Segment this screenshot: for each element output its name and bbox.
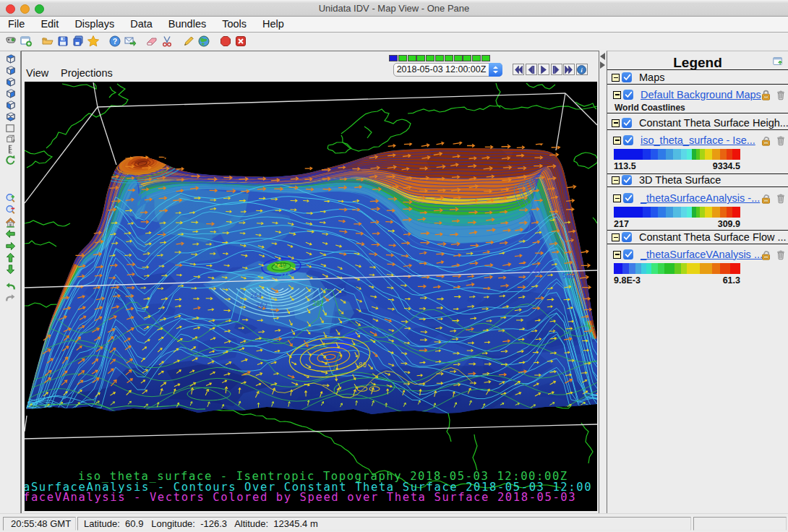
collapse-toggle[interactable]: [612, 119, 620, 127]
cut-icon[interactable]: [160, 34, 174, 48]
collapse-toggle[interactable]: [612, 74, 620, 82]
visibility-checkbox[interactable]: [623, 193, 633, 203]
collapse-toggle[interactable]: [612, 233, 620, 241]
cube-bottom-icon[interactable]: [4, 111, 17, 123]
visibility-checkbox[interactable]: [623, 135, 633, 145]
cube-top-icon[interactable]: [4, 53, 17, 65]
save-favorite-icon[interactable]: [71, 34, 85, 48]
open-folder-icon[interactable]: [40, 34, 54, 48]
step-forward-button[interactable]: [551, 64, 562, 75]
animation-step-7[interactable]: [454, 55, 463, 61]
pan-down-icon[interactable]: [4, 263, 17, 275]
animation-step-2[interactable]: [408, 55, 416, 61]
colorbar[interactable]: [614, 149, 740, 160]
play-button[interactable]: [538, 64, 549, 75]
collapse-toggle[interactable]: [613, 137, 621, 145]
globe-icon[interactable]: [197, 34, 210, 48]
map-display-3d[interactable]: 54454628226426224924880iso_theta_surface…: [25, 82, 597, 511]
visibility-checkbox[interactable]: [622, 232, 632, 242]
colorbar[interactable]: [614, 263, 740, 274]
animation-step-0[interactable]: [389, 55, 398, 61]
legend-item-link[interactable]: _thetaSurfaceAnalysis -...: [641, 192, 760, 204]
animation-step-10[interactable]: [481, 55, 490, 61]
collapse-toggle[interactable]: [613, 194, 621, 202]
animation-step-9[interactable]: [472, 55, 481, 61]
map-menu-projections[interactable]: Projections: [61, 67, 113, 79]
pan-left-icon[interactable]: [4, 228, 17, 240]
trash-icon[interactable]: [776, 135, 787, 147]
zoom-in-icon[interactable]: [4, 192, 17, 205]
go-last-button[interactable]: [563, 64, 575, 75]
cube-right-icon[interactable]: [4, 87, 17, 100]
favorites-star-icon[interactable]: [86, 34, 100, 48]
go-first-button[interactable]: [513, 64, 524, 75]
trash-icon[interactable]: [776, 90, 787, 101]
menu-data[interactable]: Data: [122, 17, 160, 32]
zoom-out-icon[interactable]: [4, 204, 17, 216]
time-spinner[interactable]: [489, 63, 502, 77]
panel-splitter[interactable]: [599, 51, 607, 514]
exit-icon[interactable]: [234, 34, 247, 48]
menu-tools[interactable]: Tools: [214, 17, 254, 32]
reset-projection-icon[interactable]: [4, 154, 17, 166]
visibility-checkbox[interactable]: [622, 175, 632, 185]
collapse-toggle[interactable]: [613, 251, 621, 259]
lock-open-icon[interactable]: [761, 193, 772, 205]
visibility-checkbox[interactable]: [623, 90, 633, 100]
collapse-left-icon[interactable]: [600, 53, 605, 60]
help-icon[interactable]: ?: [108, 34, 121, 48]
legend-item-link[interactable]: _thetaSurfaceVAnalysis ...: [641, 249, 763, 260]
trash-icon[interactable]: [776, 249, 787, 261]
support-mail-icon[interactable]: [123, 34, 137, 48]
map-menu-view[interactable]: View: [26, 67, 48, 79]
legend-item-link[interactable]: Default Background Maps: [641, 89, 761, 100]
memory-box: [693, 517, 787, 531]
animation-step-8[interactable]: [463, 55, 471, 61]
map-view-menubar: 2018-05-03 12:00:00Z i ViewProjections: [22, 51, 599, 81]
lock-open-icon[interactable]: [761, 249, 772, 261]
menu-bundles[interactable]: Bundles: [160, 17, 214, 32]
cube-back-icon[interactable]: [4, 64, 17, 77]
redo-icon[interactable]: [4, 292, 17, 304]
animation-step-6[interactable]: [445, 55, 453, 61]
animation-properties-button[interactable]: i: [576, 64, 588, 75]
collapse-toggle[interactable]: [613, 91, 621, 99]
spinner-chevrons-icon: [492, 65, 500, 74]
time-selector[interactable]: 2018-05-03 12:00:00Z: [393, 63, 502, 77]
menu-help[interactable]: Help: [254, 17, 292, 32]
animation-steps[interactable]: [389, 55, 491, 61]
pencil-icon[interactable]: [181, 34, 195, 48]
legend-item-row: _thetaSurfaceAnalysis -...: [607, 192, 788, 206]
eraser-icon[interactable]: [145, 34, 158, 48]
idv-window: Unidata IDV - Map View - One Pane FileEd…: [0, 0, 788, 532]
lock-closed-icon[interactable]: [761, 90, 772, 101]
animation-step-1[interactable]: [398, 55, 407, 61]
titlebar[interactable]: Unidata IDV - Map View - One Pane: [0, 0, 788, 17]
animation-step-4[interactable]: [426, 55, 434, 61]
lock-open-icon[interactable]: [761, 135, 772, 147]
colorbar[interactable]: [614, 207, 740, 218]
menu-file[interactable]: File: [0, 17, 33, 32]
stop-loads-icon[interactable]: [218, 34, 232, 48]
animation-step-5[interactable]: [435, 55, 444, 61]
dashboard-icon[interactable]: [4, 34, 17, 48]
visibility-checkbox[interactable]: [622, 118, 632, 128]
menu-edit[interactable]: Edit: [33, 17, 67, 32]
home-view-icon[interactable]: [4, 216, 17, 228]
collapse-right-icon[interactable]: [600, 61, 605, 69]
menu-displays[interactable]: Displays: [67, 17, 122, 32]
collapse-toggle[interactable]: [612, 176, 620, 184]
save-icon[interactable]: [56, 34, 69, 48]
float-legend-icon[interactable]: [772, 56, 784, 70]
visibility-checkbox[interactable]: [623, 249, 633, 259]
animation-step-3[interactable]: [416, 55, 425, 61]
legend-item-link[interactable]: iso_theta_surface - Ise...: [641, 134, 755, 146]
pan-right-icon[interactable]: [4, 240, 17, 252]
new-window-icon[interactable]: [19, 34, 33, 48]
cube-front-icon[interactable]: [4, 99, 17, 111]
pan-up-icon[interactable]: [4, 252, 17, 264]
trash-icon[interactable]: [776, 193, 787, 205]
step-back-button[interactable]: [526, 64, 537, 75]
visibility-checkbox[interactable]: [622, 72, 632, 82]
cube-left-icon[interactable]: [4, 76, 17, 88]
